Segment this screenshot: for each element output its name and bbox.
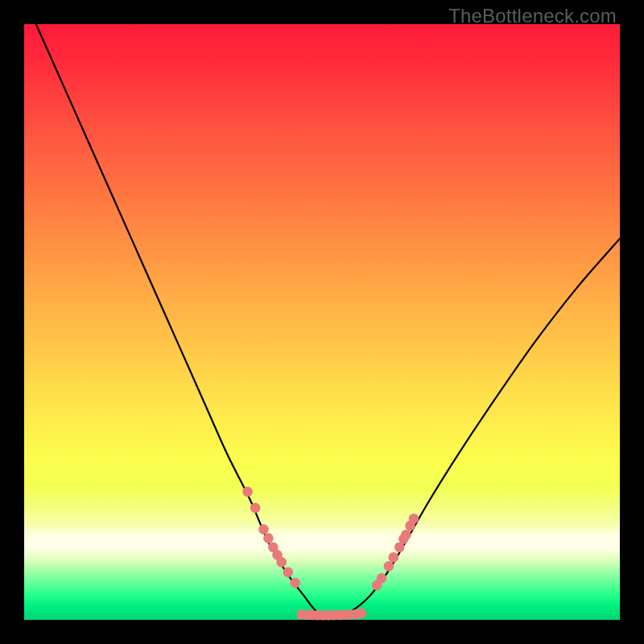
data-dot (258, 524, 269, 535)
watermark-text: TheBottleneck.com (448, 5, 617, 27)
data-dot (401, 530, 411, 540)
data-dot (242, 487, 253, 497)
chart-svg (24, 24, 620, 620)
data-dot (276, 557, 287, 568)
data-dot (384, 561, 394, 572)
plot-area (24, 24, 620, 620)
data-dot (409, 514, 419, 524)
data-dot (357, 609, 367, 619)
dot-cluster-right (372, 514, 419, 590)
data-dot (250, 503, 261, 514)
chart-frame: TheBottleneck.com (0, 0, 644, 644)
data-dot (377, 573, 387, 584)
dot-band-bottom (297, 609, 367, 621)
data-dot (389, 552, 399, 563)
bottleneck-curve (36, 24, 620, 617)
data-dot (290, 578, 300, 588)
data-dot (283, 568, 294, 578)
data-dot (263, 533, 274, 543)
